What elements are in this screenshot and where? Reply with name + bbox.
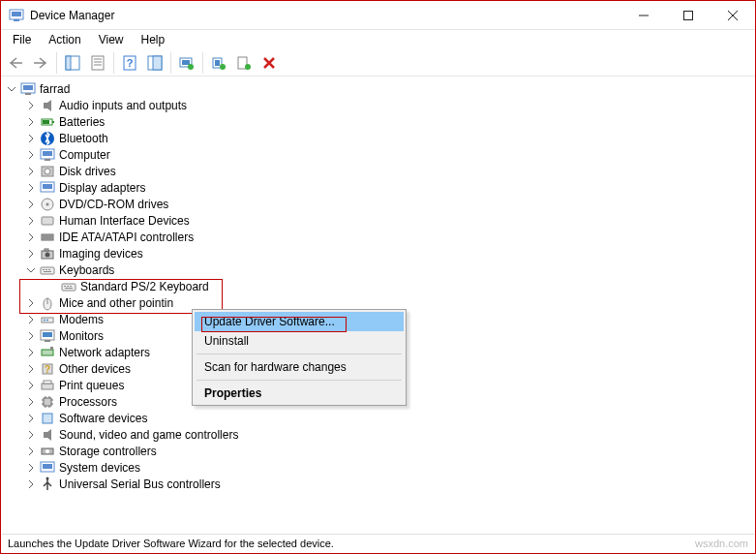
expand-icon[interactable] [24,115,38,129]
tree-item-computer[interactable]: Computer [3,146,753,163]
expand-icon[interactable] [24,362,38,376]
tree-item-sound-video-and-game-controllers[interactable]: Sound, video and game controllers [3,426,753,443]
action-center-button[interactable] [143,51,166,75]
watermark: wsxdn.com [695,538,748,549]
tree-item-ide-ata-atapi-controllers[interactable]: IDE ATA/ATAPI controllers [3,229,753,245]
tree-item-label: Monitors [59,328,104,344]
ctx-properties[interactable]: Properties [195,384,404,403]
device-tree[interactable]: farrad Audio inputs and outputsBatteries… [1,77,755,494]
tree-item-imaging-devices[interactable]: Imaging devices [3,245,753,262]
ctx-update-driver[interactable]: Update Driver Software... [195,312,404,331]
tree-item-human-interface-devices[interactable]: Human Interface Devices [3,212,753,229]
expand-icon[interactable] [24,231,38,244]
tree-item-disk-drives[interactable]: Disk drives [3,163,753,179]
expand-icon[interactable] [24,477,38,491]
tree-item-audio-inputs-and-outputs[interactable]: Audio inputs and outputs [3,97,753,113]
menu-view[interactable]: View [91,32,132,47]
expand-icon[interactable] [24,247,38,261]
svg-rect-41 [43,184,52,189]
tree-item-universal-serial-bus-controllers[interactable]: Universal Serial Bus controllers [3,476,753,492]
device-icon [40,246,55,262]
tree-item-standard-ps2-keyboard[interactable]: Standard PS/2 Keyboard [3,278,753,294]
svg-rect-53 [45,269,47,270]
expand-icon[interactable] [24,329,38,343]
device-icon [40,230,55,245]
forward-button[interactable] [29,51,52,75]
back-button[interactable] [4,51,27,75]
tree-item-dvd-cd-rom-drives[interactable]: DVD/CD-ROM drives [3,196,753,212]
expand-icon[interactable] [24,165,38,178]
svg-point-49 [45,252,50,257]
help-button[interactable]: ? [118,51,141,75]
expand-icon[interactable] [24,198,38,211]
expand-icon[interactable] [24,445,38,458]
device-icon [40,312,55,327]
device-icon [40,444,55,459]
device-icon [40,180,55,196]
expand-icon[interactable] [24,346,38,359]
expand-icon[interactable] [24,214,38,228]
tree-item-storage-controllers[interactable]: Storage controllers [3,443,753,459]
expand-icon[interactable] [24,412,38,425]
delete-button[interactable] [257,51,281,75]
tree-item-system-devices[interactable]: System devices [3,459,753,476]
svg-rect-8 [66,56,71,70]
svg-point-19 [188,64,194,70]
tree-item-label: Modems [59,312,104,327]
svg-rect-84 [43,414,52,423]
expand-icon[interactable] [24,296,38,310]
svg-rect-50 [45,249,48,251]
svg-rect-70 [50,347,53,350]
expand-icon[interactable] [24,181,38,195]
device-icon [40,345,55,360]
device-icon [40,213,55,229]
expand-icon[interactable] [24,395,38,409]
tree-item-software-devices[interactable]: Software devices [3,410,753,426]
tree-root[interactable]: farrad [3,80,753,97]
expand-icon[interactable] [24,461,38,475]
scan-hardware-button[interactable] [232,51,256,75]
tree-item-label: DVD/CD-ROM drives [59,197,168,212]
expand-icon[interactable] [24,148,38,162]
tree-item-bluetooth[interactable]: Bluetooth [3,130,753,146]
properties-button[interactable] [86,51,109,75]
tree-item-label: Bluetooth [59,131,108,146]
expand-icon[interactable] [24,379,38,392]
tree-item-label: Batteries [59,114,105,130]
svg-rect-75 [44,398,51,406]
svg-rect-16 [153,56,162,70]
menu-action[interactable]: Action [41,32,88,47]
expand-icon[interactable] [24,428,38,442]
uninstall-button[interactable] [207,51,230,75]
tree-item-label: Mice and other pointin [59,295,173,311]
svg-rect-85 [44,432,47,438]
tree-item-display-adapters[interactable]: Display adapters [3,179,753,196]
svg-point-87 [45,449,49,453]
tree-item-batteries[interactable]: Batteries [3,113,753,130]
expand-icon[interactable] [24,99,38,112]
minimize-button[interactable] [621,1,666,30]
svg-rect-29 [25,93,31,95]
update-driver-button[interactable] [175,51,198,75]
svg-point-64 [44,319,45,321]
menu-help[interactable]: Help [134,32,173,47]
device-icon [40,394,55,410]
svg-rect-4 [684,11,693,19]
svg-rect-52 [43,269,45,270]
ctx-uninstall[interactable]: Uninstall [195,331,404,351]
close-button[interactable] [711,1,755,30]
show-hide-tree-button[interactable] [61,51,84,75]
tree-item-label: Universal Serial Bus controllers [59,477,221,492]
menu-file[interactable]: File [5,32,39,47]
ctx-scan-hardware[interactable]: Scan for hardware changes [195,357,404,377]
tree-item-keyboards[interactable]: Keyboards [3,262,753,278]
svg-rect-57 [64,286,66,287]
expand-icon[interactable] [24,313,38,326]
menubar: File Action View Help [1,30,755,49]
svg-rect-89 [43,464,52,469]
expand-icon[interactable] [24,132,38,145]
tree-item-label: Processors [59,394,117,410]
expand-icon[interactable] [24,263,38,277]
maximize-button[interactable] [666,1,711,30]
expand-icon[interactable] [5,82,18,96]
